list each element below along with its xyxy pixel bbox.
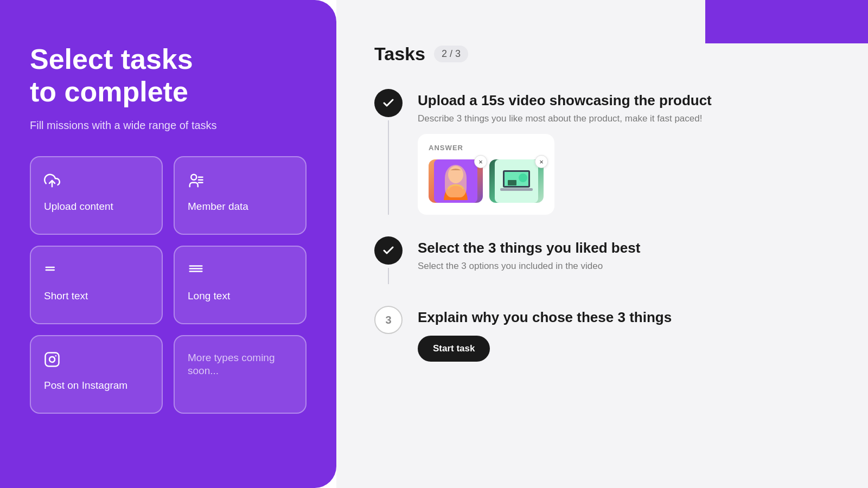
task-card-member-data[interactable]: Member data (174, 156, 307, 235)
checkmark-2-icon (382, 244, 395, 257)
answer-image-2-close[interactable]: × (535, 155, 548, 168)
checkmark-1-icon (382, 97, 395, 110)
svg-point-1 (191, 174, 196, 179)
task-2-circle (374, 236, 403, 265)
page-title: Select tasks to complete (30, 43, 307, 108)
task-3-circle: 3 (374, 306, 403, 334)
timeline-item-1: Upload a 15s video showcasing the produc… (374, 89, 830, 215)
task-1-desc: Describe 3 things you like most about th… (418, 113, 830, 124)
task-3-number: 3 (385, 314, 391, 326)
task-2-content: Select the 3 things you liked best Selec… (418, 236, 830, 284)
task-card-more-types: More types coming soon... (174, 335, 307, 414)
svg-point-14 (449, 168, 463, 182)
member-data-label: Member data (188, 200, 292, 214)
instagram-icon (44, 351, 149, 370)
short-text-label: Short text (44, 290, 149, 303)
tasks-header: Tasks 2 / 3 (374, 43, 830, 65)
tasks-badge: 2 / 3 (434, 46, 468, 62)
task-card-long-text[interactable]: Long text (174, 246, 307, 324)
task-card-upload-content[interactable]: Upload content (30, 156, 163, 235)
task-2-title: Select the 3 things you liked best (418, 240, 830, 256)
answer-label: ANSWER (429, 144, 544, 152)
upload-content-label: Upload content (44, 200, 149, 214)
short-text-icon (44, 262, 149, 281)
long-text-label: Long text (188, 290, 292, 303)
timeline-line-1 (388, 120, 389, 215)
start-task-button[interactable]: Start task (418, 336, 490, 362)
answer-box: ANSWER (418, 134, 554, 215)
person-image-svg (434, 159, 477, 203)
svg-point-13 (448, 166, 463, 183)
task-1-circle (374, 89, 403, 117)
left-panel: Select tasks to complete Fill missions w… (0, 0, 336, 488)
laptop-image-svg (495, 159, 538, 203)
task-2-desc: Select the 3 options you included in the… (418, 261, 830, 272)
timeline-line-2 (388, 268, 389, 284)
task-card-instagram[interactable]: Post on Instagram (30, 335, 163, 414)
timeline-left-2 (374, 236, 403, 284)
answer-images: × (429, 159, 544, 203)
upload-icon (44, 172, 149, 191)
task-1-content: Upload a 15s video showcasing the produc… (418, 89, 830, 215)
task-1-title: Upload a 15s video showcasing the produc… (418, 92, 830, 109)
timeline-item-2: Select the 3 things you liked best Selec… (374, 236, 830, 284)
instagram-label: Post on Instagram (44, 379, 149, 393)
page-subtitle: Fill missions with a wide range of tasks (30, 119, 307, 132)
svg-rect-10 (46, 352, 59, 366)
timeline-left-3: 3 (374, 306, 403, 362)
svg-rect-18 (500, 188, 533, 191)
task-3-content: Explain why you chose these 3 things Sta… (418, 306, 830, 362)
timeline-item-3: 3 Explain why you chose these 3 things S… (374, 306, 830, 362)
timeline: Upload a 15s video showcasing the produc… (374, 89, 830, 383)
task-card-short-text[interactable]: Short text (30, 246, 163, 324)
answer-image-2-wrap: × (489, 159, 544, 203)
answer-image-1-close[interactable]: × (474, 155, 487, 168)
long-text-icon (188, 262, 292, 281)
right-panel: Tasks 2 / 3 Upload a 15s video showcasin… (336, 0, 868, 488)
more-types-label: More types coming soon... (188, 351, 292, 378)
member-data-icon (188, 172, 292, 191)
answer-image-2 (489, 159, 544, 203)
svg-rect-19 (508, 180, 516, 185)
svg-rect-12 (434, 159, 477, 203)
timeline-left-1 (374, 89, 403, 215)
answer-image-1-wrap: × (429, 159, 483, 203)
tasks-title: Tasks (374, 43, 425, 65)
task-3-title: Explain why you chose these 3 things (418, 309, 830, 326)
svg-point-20 (519, 174, 527, 182)
answer-image-1 (429, 159, 483, 203)
task-grid: Upload content Member data Short text Lo… (30, 156, 307, 414)
